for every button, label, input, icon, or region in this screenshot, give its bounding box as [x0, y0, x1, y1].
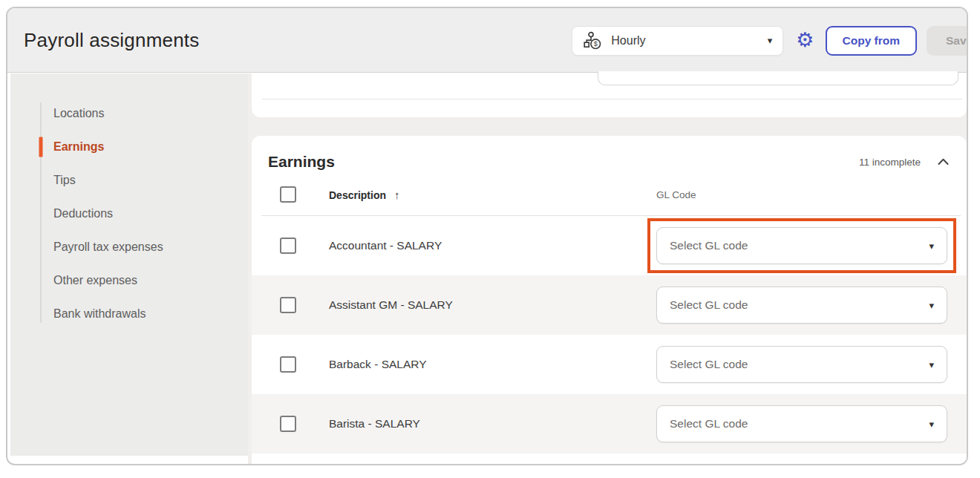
- table-row-assistant-gm: Assistant GM - SALARY Select GL code ▾: [252, 275, 967, 335]
- column-header-description[interactable]: Description ↑: [329, 189, 400, 201]
- main-content: Earnings 11 incomplete Description ↑ GL: [248, 73, 967, 464]
- sidebar-item-other-expenses[interactable]: Other expenses: [40, 263, 248, 297]
- gl-code-select[interactable]: Select GL code ▾: [656, 405, 947, 442]
- row-description: Barback - SALARY: [329, 358, 427, 371]
- gl-select-placeholder: Select GL code: [670, 239, 748, 252]
- table-row-accountant: Accountant - SALARY Select GL code ▾: [252, 216, 967, 275]
- gl-select-placeholder: Select GL code: [670, 417, 748, 430]
- gl-select-caret-icon: ▾: [929, 301, 934, 310]
- sidebar-item-bank-withdrawals[interactable]: Bank withdrawals: [40, 297, 248, 330]
- table-header-row: Description ↑ GL Code: [252, 174, 967, 215]
- sidebar-item-label: Locations: [53, 107, 105, 120]
- sidebar-item-tips[interactable]: Tips: [40, 163, 248, 197]
- gl-select-caret-icon: ▾: [929, 360, 934, 370]
- gear-icon[interactable]: ⚙: [796, 30, 814, 50]
- earnings-card-header: Earnings 11 incomplete: [252, 136, 967, 171]
- sort-ascending-icon: ↑: [394, 189, 400, 201]
- sidebar-item-label: Bank withdrawals: [53, 307, 146, 321]
- divider: [262, 99, 962, 99]
- sidebar-item-locations[interactable]: Locations: [40, 96, 248, 130]
- pay-group-icon: $: [583, 30, 604, 51]
- sidebar-item-label: Tips: [53, 174, 76, 187]
- column-header-label: Description: [329, 189, 386, 200]
- gl-code-select[interactable]: Select GL code ▾: [656, 287, 947, 324]
- sidebar-item-label: Earnings: [53, 140, 104, 154]
- gl-select-caret-icon: ▾: [929, 241, 934, 251]
- sidebar-item-label: Payroll tax expenses: [53, 240, 163, 254]
- previous-section-card: [252, 73, 967, 117]
- section-header-right: 11 incomplete: [859, 157, 950, 168]
- row-checkbox[interactable]: [280, 356, 296, 373]
- pay-group-caret-icon: ▾: [768, 36, 773, 45]
- gl-select-placeholder: Select GL code: [670, 358, 748, 371]
- row-checkbox[interactable]: [280, 238, 296, 254]
- sidebar-item-label: Other expenses: [53, 274, 137, 287]
- column-header-gl-code: GL Code: [656, 189, 696, 200]
- copy-from-button[interactable]: Copy from: [826, 26, 918, 56]
- save-button[interactable]: Save: [927, 26, 968, 56]
- pay-group-value: Hourly: [611, 34, 767, 48]
- gl-code-select[interactable]: Select GL code ▾: [656, 227, 947, 264]
- pay-group-select[interactable]: $ Hourly ▾: [572, 26, 783, 56]
- section-title: Earnings: [268, 153, 335, 171]
- row-description: Barista - SALARY: [329, 417, 420, 430]
- gl-select-placeholder: Select GL code: [670, 298, 748, 312]
- sidebar-item-earnings[interactable]: Earnings: [40, 130, 248, 163]
- page-title: Payroll assignments: [24, 29, 199, 52]
- row-description: Accountant - SALARY: [329, 239, 442, 252]
- row-description: Assistant GM - SALARY: [329, 298, 453, 312]
- sidebar-item-payroll-tax-expenses[interactable]: Payroll tax expenses: [40, 230, 248, 263]
- collapse-section-button[interactable]: [936, 157, 950, 167]
- table-row-barback: Barback - SALARY Select GL code ▾: [252, 335, 967, 394]
- svg-text:$: $: [594, 40, 598, 48]
- gl-select-caret-icon: ▾: [929, 419, 934, 429]
- page-header: Payroll assignments $ Hourly ▾ ⚙ Copy fr…: [7, 8, 967, 73]
- chevron-up-icon: [938, 158, 949, 166]
- select-all-checkbox[interactable]: [280, 186, 296, 203]
- earnings-card: Earnings 11 incomplete Description ↑ GL: [252, 136, 967, 464]
- clipped-dropdown-field[interactable]: [598, 71, 958, 85]
- row-checkbox[interactable]: [280, 416, 296, 432]
- sidebar-nav: Locations Earnings Tips Deductions Payro…: [40, 96, 248, 330]
- incomplete-badge: 11 incomplete: [859, 157, 921, 168]
- app-window: Payroll assignments $ Hourly ▾ ⚙ Copy fr…: [6, 7, 968, 465]
- sidebar-item-deductions[interactable]: Deductions: [40, 197, 248, 230]
- sidebar-item-label: Deductions: [53, 207, 113, 220]
- row-checkbox[interactable]: [280, 297, 296, 313]
- header-controls: $ Hourly ▾ ⚙ Copy from Save: [572, 8, 968, 73]
- table-row-barista: Barista - SALARY Select GL code ▾: [252, 394, 967, 454]
- gl-code-select[interactable]: Select GL code ▾: [656, 346, 947, 383]
- settings-sidebar: Locations Earnings Tips Deductions Payro…: [10, 73, 248, 456]
